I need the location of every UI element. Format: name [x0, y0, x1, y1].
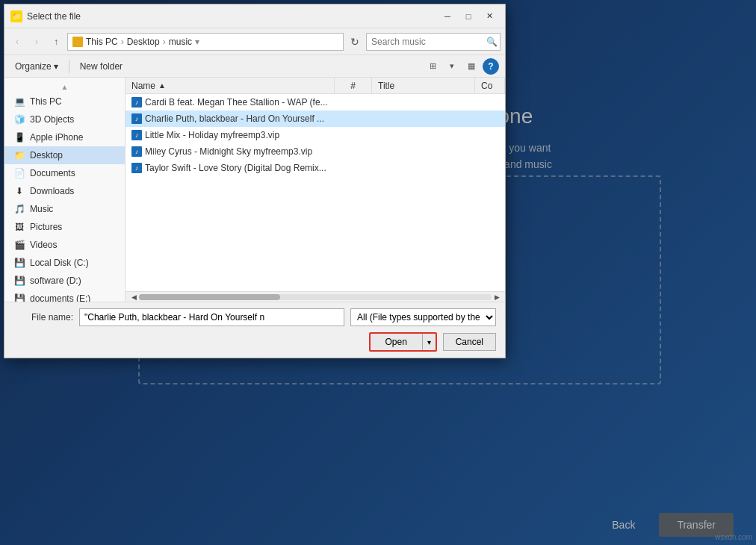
file-list: ♪ Cardi B feat. Megan Thee Stallion - WA… — [126, 94, 505, 291]
file-list-area: Name ▲ # Title Co ♪ Cardi B feat. Megan … — [126, 78, 505, 302]
refresh-button[interactable]: ↻ — [347, 34, 363, 50]
phone-icon: 📱 — [13, 131, 25, 143]
dl-icon: ⬇ — [13, 185, 25, 197]
sidebar-item-videos[interactable]: 🎬Videos — [4, 236, 125, 254]
file-name-cell: ♪ Charlie Puth, blackbear - Hard On Your… — [126, 113, 335, 124]
open-button[interactable]: Open — [371, 334, 423, 350]
filename-row: File name: All (File types supported by … — [13, 308, 496, 326]
docs-icon: 📄 — [13, 167, 25, 179]
search-wrapper: 🔍 — [366, 33, 501, 51]
sidebar-item-documents[interactable]: 📄Documents — [4, 164, 125, 182]
sidebar-item-pictures[interactable]: 🖼Pictures — [4, 218, 125, 236]
file-name-cell: ♪ Taylor Swift - Love Story (Digital Dog… — [126, 163, 335, 173]
button-row: Open ▾ Cancel — [13, 332, 496, 352]
forward-nav-button[interactable]: › — [28, 34, 45, 50]
address-path[interactable]: This PC › Desktop › music ▾ — [67, 33, 344, 51]
file-item[interactable]: ♪ Little Mix - Holiday myfreemp3.vip — [126, 127, 505, 143]
file-dialog: 📁 Select the file ─ □ ✕ ‹ › ↑ This PC › … — [4, 4, 506, 358]
col-header-co[interactable]: Co — [475, 78, 505, 93]
sidebar-item-music[interactable]: 🎵Music — [4, 200, 125, 218]
back-nav-button[interactable]: ‹ — [9, 34, 25, 50]
dialog-body: ▲ 💻This PC🧊3D Objects📱Apple iPhone📁Deskt… — [4, 78, 505, 302]
music-icon: 🎵 — [13, 203, 25, 215]
toolbar-right: ⊞ ▾ ▦ ? — [424, 58, 499, 75]
sidebar-item-apple-iphone[interactable]: 📱Apple iPhone — [4, 128, 125, 146]
help-button[interactable]: ? — [483, 58, 499, 75]
file-item[interactable]: ♪ Taylor Swift - Love Story (Digital Dog… — [126, 160, 505, 176]
open-dropdown-button[interactable]: ▾ — [423, 334, 436, 350]
sidebar-item-3d-objects[interactable]: 🧊3D Objects — [4, 110, 125, 128]
filename-input[interactable] — [79, 308, 344, 326]
sidebar-item-local-disk-(c:)[interactable]: 💾Local Disk (C:) — [4, 254, 125, 272]
maximize-button[interactable]: □ — [459, 9, 478, 24]
folder-blue-icon: 📁 — [13, 149, 25, 161]
file-name-cell: ♪ Cardi B feat. Megan Thee Stallion - WA… — [126, 97, 335, 108]
scrollbar-thumb[interactable] — [139, 294, 280, 300]
path-music: music — [169, 37, 192, 47]
dialog-toolbar: Organize ▾ New folder ⊞ ▾ ▦ ? — [4, 55, 505, 78]
music-file-icon: ♪ — [131, 146, 142, 157]
view-toggle-button[interactable]: ▾ — [444, 58, 460, 75]
disk-icon: 💾 — [13, 275, 25, 287]
col-header-title[interactable]: Title — [372, 78, 475, 93]
music-file-icon: ♪ — [131, 163, 142, 173]
file-item[interactable]: ♪ Charlie Puth, blackbear - Hard On Your… — [126, 110, 505, 127]
scroll-right-button[interactable]: ▶ — [492, 292, 502, 302]
file-name-cell: ♪ Miley Cyrus - Midnight Sky myfreemp3.v… — [126, 146, 335, 157]
dialog-titlebar: 📁 Select the file ─ □ ✕ — [4, 4, 505, 28]
pics-icon: 🖼 — [13, 221, 25, 233]
close-button[interactable]: ✕ — [480, 9, 499, 24]
file-name-cell: ♪ Little Mix - Holiday myfreemp3.vip — [126, 130, 335, 140]
address-bar: ‹ › ↑ This PC › Desktop › music ▾ ↻ 🔍 — [4, 28, 505, 55]
file-list-header: Name ▲ # Title Co — [126, 78, 505, 94]
3d-icon: 🧊 — [13, 113, 25, 125]
videos-icon: 🎬 — [13, 239, 25, 251]
sidebar-scroll-up[interactable]: ▲ — [4, 81, 125, 93]
open-button-group: Open ▾ — [369, 332, 437, 352]
sidebar-item-documents-(e:)[interactable]: 💾documents (E:) — [4, 290, 125, 302]
dialog-controls: ─ □ ✕ — [438, 9, 499, 24]
path-pc-icon — [72, 37, 83, 47]
cancel-button[interactable]: Cancel — [443, 333, 496, 351]
scroll-left-button[interactable]: ◀ — [128, 292, 139, 302]
dialog-title-text: Select the file — [27, 11, 438, 22]
dialog-icon: 📁 — [10, 10, 22, 22]
view-options-button[interactable]: ⊞ — [424, 58, 441, 75]
sidebar: ▲ 💻This PC🧊3D Objects📱Apple iPhone📁Deskt… — [4, 78, 126, 302]
search-button[interactable]: 🔍 — [486, 37, 498, 47]
music-file-icon: ♪ — [131, 113, 142, 124]
col-header-name[interactable]: Name ▲ — [126, 78, 335, 93]
music-file-icon: ♪ — [131, 130, 142, 140]
sort-arrow: ▲ — [158, 81, 166, 90]
pc-icon: 💻 — [13, 96, 25, 108]
music-file-icon: ♪ — [131, 97, 142, 108]
pane-button[interactable]: ▦ — [463, 58, 480, 75]
dialog-bottom: File name: All (File types supported by … — [4, 302, 505, 358]
sidebar-item-downloads[interactable]: ⬇Downloads — [4, 182, 125, 200]
file-item[interactable]: ♪ Cardi B feat. Megan Thee Stallion - WA… — [126, 94, 505, 110]
sidebar-item-this-pc[interactable]: 💻This PC — [4, 93, 125, 110]
filename-label: File name: — [13, 312, 73, 323]
sidebar-item-desktop[interactable]: 📁Desktop — [4, 146, 125, 164]
toolbar-separator — [69, 60, 69, 73]
path-this-pc: This PC — [86, 37, 118, 47]
sidebar-item-software-(d:)[interactable]: 💾software (D:) — [4, 272, 125, 290]
scrollbar-track — [139, 294, 492, 300]
disk-icon: 💾 — [13, 257, 25, 269]
col-header-num[interactable]: # — [335, 78, 372, 93]
filetype-select[interactable]: All (File types supported by the — [350, 308, 496, 326]
organize-button[interactable]: Organize ▾ — [10, 60, 63, 73]
file-item[interactable]: ♪ Miley Cyrus - Midnight Sky myfreemp3.v… — [126, 143, 505, 160]
new-folder-button[interactable]: New folder — [75, 60, 127, 73]
path-desktop: Desktop — [127, 37, 160, 47]
file-scrollbar: ◀ ▶ — [126, 291, 505, 302]
up-nav-button[interactable]: ↑ — [48, 34, 64, 50]
minimize-button[interactable]: ─ — [438, 9, 457, 24]
search-input[interactable] — [366, 33, 501, 51]
disk-icon: 💾 — [13, 293, 25, 302]
